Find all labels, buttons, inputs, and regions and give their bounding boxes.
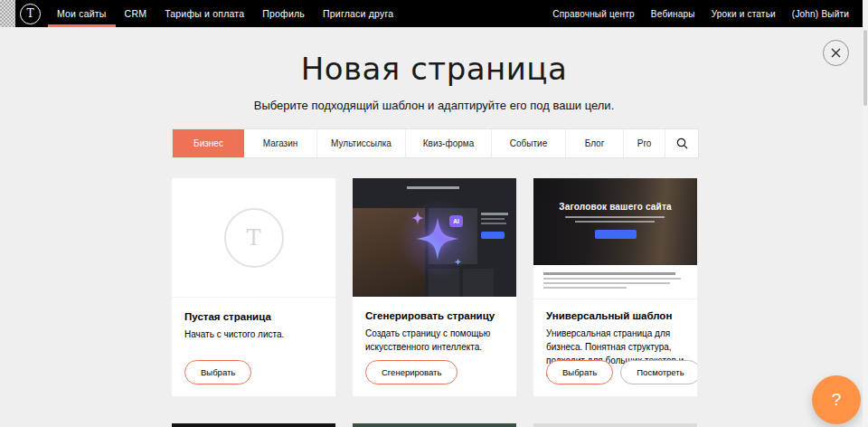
nav-item-profile[interactable]: Профиль <box>253 0 314 27</box>
ai-sparkle-small-icon <box>410 211 425 225</box>
preview-paragraph-line <box>543 278 681 280</box>
template-card-ai-generate[interactable]: AI Сгенерировать страницу Создать страни… <box>353 178 516 396</box>
nav-item-my-sites[interactable]: Мои сайты <box>48 0 116 27</box>
tab-shop[interactable]: Магазин <box>244 129 317 157</box>
topbar-nav: Мои сайты CRM Тарифы и оплата Профиль Пр… <box>48 0 402 27</box>
preview-caption-line <box>575 221 655 223</box>
choose-universal-button[interactable]: Выбрать <box>546 360 613 384</box>
help-bubble-button[interactable]: ? <box>812 375 861 424</box>
mock-text-line <box>481 218 505 220</box>
close-icon <box>831 48 841 58</box>
preview-paragraph-line <box>543 287 627 289</box>
preview-cta-button <box>595 230 637 239</box>
scrollbar-thumb[interactable] <box>863 30 867 106</box>
card-body: Пустая страница Начать с чистого листа. <box>172 298 335 341</box>
new-page-screen: T Мои сайты CRM Тарифы и оплата Профиль … <box>0 0 868 427</box>
tilda-logo[interactable]: T <box>20 4 41 24</box>
mock-text-line <box>481 223 506 224</box>
tab-pro[interactable]: Pro <box>624 129 665 157</box>
page-title: Новая страница <box>0 51 868 87</box>
mock-blue-button <box>481 232 505 239</box>
universal-template-preview: Заголовок вашего сайта <box>533 178 697 265</box>
tab-quiz-form[interactable]: Квиз-форма <box>406 129 492 157</box>
choose-blank-button[interactable]: Выбрать <box>184 360 251 384</box>
preview-site-heading: Заголовок вашего сайта <box>533 202 697 212</box>
preview-text-strip <box>533 265 697 299</box>
card-title: Универсальный шаблон <box>546 310 684 321</box>
tab-search[interactable] <box>665 129 698 157</box>
nav-item-lessons[interactable]: Уроки и статьи <box>703 0 784 27</box>
tab-event[interactable]: Событие <box>492 129 566 157</box>
preview-universal-button[interactable]: Посмотреть <box>620 360 697 384</box>
mock-text-line <box>481 213 508 215</box>
tilda-watermark-icon: T <box>224 208 284 268</box>
page-scrollbar <box>863 0 868 427</box>
preview-paragraph-line <box>543 272 675 275</box>
preview-caption-line <box>565 216 665 218</box>
page-subtitle: Выберите подходящий шаблон и адаптируйте… <box>0 99 868 112</box>
generate-button[interactable]: Сгенерировать <box>365 360 458 384</box>
card-actions: Выбрать Посмотреть <box>546 360 697 384</box>
tab-business[interactable]: Бизнес <box>173 129 244 157</box>
mock-site-title-line <box>407 186 459 189</box>
template-card-partial[interactable] <box>533 423 697 427</box>
question-mark: ? <box>832 390 842 410</box>
tilda-logo-letter: T <box>26 7 33 20</box>
tab-multilink[interactable]: Мультиссылка <box>317 129 406 157</box>
card-actions: Сгенерировать <box>365 360 458 384</box>
search-icon <box>676 138 688 149</box>
card-title: Сгенерировать страницу <box>365 310 504 321</box>
window-edge-pattern <box>0 0 15 27</box>
template-cards-row: T Пустая страница Начать с чистого листа… <box>172 178 697 396</box>
topbar-nav-right: Справочный центр Вебинары Уроки и статьи… <box>544 0 857 27</box>
ai-sparkle-tiny-icon <box>454 258 462 266</box>
nav-item-webinars[interactable]: Вебинары <box>643 0 703 27</box>
nav-item-plans[interactable]: Тарифы и оплата <box>156 0 253 27</box>
top-navbar: T Мои сайты CRM Тарифы и оплата Профиль … <box>0 0 868 27</box>
template-cards-next-row <box>172 423 697 427</box>
preview-paragraph-line <box>543 282 670 284</box>
template-card-universal[interactable]: Заголовок вашего сайта Универсальный шаб… <box>533 178 697 396</box>
nav-item-logout[interactable]: (John) Выйти <box>784 0 857 27</box>
card-description: Создать страницу с помощью искусственног… <box>365 327 504 354</box>
blank-page-preview: T <box>172 178 335 298</box>
mock-thumb <box>463 269 494 297</box>
close-button[interactable] <box>823 40 849 66</box>
template-card-blank-page[interactable]: T Пустая страница Начать с чистого листа… <box>172 178 335 396</box>
card-body: Сгенерировать страницу Создать страницу … <box>353 297 516 354</box>
ai-badge: AI <box>449 215 463 227</box>
template-card-partial[interactable] <box>172 423 335 427</box>
tilda-watermark-letter: T <box>246 225 260 251</box>
nav-item-invite-friend[interactable]: Пригласи друга <box>314 0 402 27</box>
nav-item-help-center[interactable]: Справочный центр <box>544 0 643 27</box>
nav-item-crm[interactable]: CRM <box>116 0 156 27</box>
ai-generate-preview: AI <box>353 178 516 297</box>
template-tabs: Бизнес Магазин Мультиссылка Квиз-форма С… <box>172 128 699 158</box>
card-description: Начать с чистого листа. <box>184 327 323 341</box>
template-card-partial[interactable] <box>353 423 516 427</box>
card-actions: Выбрать <box>184 360 251 384</box>
card-title: Пустая страница <box>184 311 323 322</box>
tab-blog[interactable]: Блог <box>566 129 624 157</box>
